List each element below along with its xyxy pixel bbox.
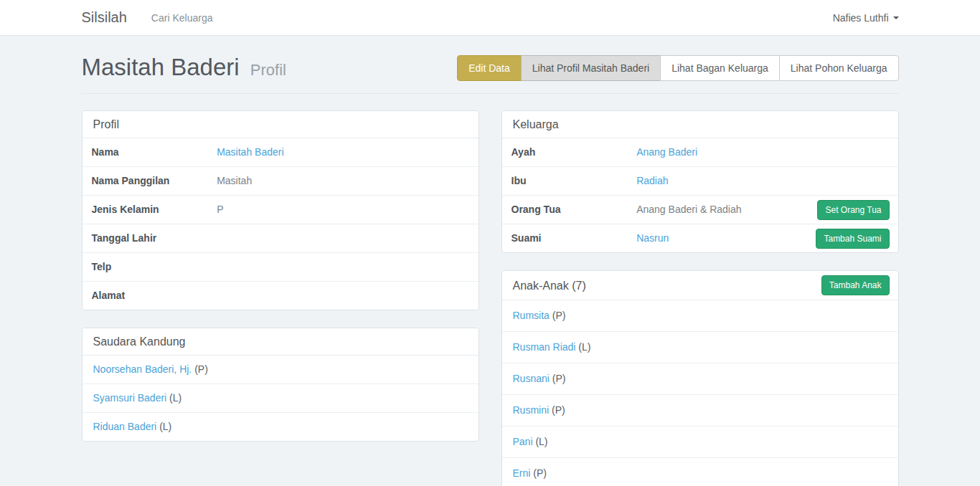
view-profile-button[interactable]: Lihat Profil Masitah Baderi [521,55,661,81]
child-link[interactable]: Rumsita [513,310,550,321]
user-menu-dropdown[interactable]: Nafies Luthfi [833,12,899,24]
list-item: Erni (P) [502,457,898,486]
family-table: Ayah Anang Baderi Ibu Radiah Orang Tua A… [502,138,898,252]
gender-label: (L) [578,341,590,353]
children-panel: Anak-Anak (7) Tambah Anak Rumsita (P) Ru… [501,270,899,486]
field-label: Jenis Kelamin [83,196,217,224]
children-panel-title: Anak-Anak (7) [513,279,586,292]
page-subtitle: Profil [250,61,286,79]
gender-label: (L) [159,421,171,432]
table-row: Alamat [83,281,479,310]
table-row: Ayah Anang Baderi [502,138,898,166]
gender-label: (L) [169,392,182,404]
field-label: Tanggal Lahir [83,224,217,252]
field-value: Masitah [217,175,252,186]
list-item: Rumsita (P) [502,300,898,331]
gender-label: (P) [552,404,565,416]
field-label: Orang Tua [502,196,637,224]
set-orang-tua-button[interactable]: Set Orang Tua [817,200,889,220]
sibling-link[interactable]: Syamsuri Baderi [93,392,167,404]
edit-data-button[interactable]: Edit Data [457,55,522,81]
child-link[interactable]: Rusman Riadi [513,341,576,353]
table-row: Jenis Kelamin P [83,195,479,224]
child-link[interactable]: Rusmini [513,404,550,416]
child-link[interactable]: Rusnani [513,373,550,384]
child-link[interactable]: Erni [513,467,531,479]
list-item: Riduan Baderi (L) [83,412,479,441]
sibling-link[interactable]: Riduan Baderi [93,421,157,432]
list-item: Rusnani (P) [502,363,898,394]
list-item: Pani (L) [502,426,898,457]
tambah-suami-button[interactable]: Tambah Suami [816,229,889,249]
children-list: Rumsita (P) Rusman Riadi (L) Rusnani (P)… [502,300,898,486]
list-item: Rusman Riadi (L) [502,331,898,363]
gender-label: (L) [535,436,547,447]
app-brand[interactable]: Silsilah [82,9,127,26]
user-name: Nafies Luthfi [833,12,889,24]
table-row: Nama Panggilan Masitah [83,166,479,195]
table-row: Telp [83,252,479,281]
field-label: Nama Panggilan [83,167,217,195]
gender-label: (P) [552,310,566,321]
view-pohon-button[interactable]: Lihat Pohon Keluarga [779,55,899,81]
siblings-panel-title: Saudara Kandung [83,328,479,356]
gender-label: (P) [194,363,208,375]
table-row: Ibu Radiah [502,166,898,195]
field-label: Telp [83,253,217,281]
nav-item-cari-keluarga[interactable]: Cari Keluarga [151,12,213,24]
list-item: Noorsehan Baderi, Hj. (P) [83,356,479,383]
family-panel-title: Keluarga [502,111,898,138]
profile-panel: Profil Nama Masitah Baderi Nama Panggila… [82,110,479,310]
child-link[interactable]: Pani [513,436,533,447]
chevron-down-icon [893,16,899,19]
table-row: Orang Tua Anang Baderi & Radiah Set Oran… [502,195,898,224]
children-panel-header: Anak-Anak (7) Tambah Anak [502,271,898,300]
navbar: Silsilah Cari Keluarga Nafies Luthfi [0,0,980,36]
profile-table: Nama Masitah Baderi Nama Panggilan Masit… [83,138,479,310]
table-row: Suami Nasrun Tambah Suami [502,224,898,252]
gender-label: (P) [533,467,547,479]
siblings-list: Noorsehan Baderi, Hj. (P) Syamsuri Bader… [83,356,479,441]
page-header: Masitah Baderi Profil Edit Data Lihat Pr… [82,53,899,94]
mother-link[interactable]: Radiah [636,175,668,186]
siblings-panel: Saudara Kandung Noorsehan Baderi, Hj. (P… [82,328,479,442]
husband-link[interactable]: Nasrun [636,232,669,244]
gender-label: (P) [552,373,566,384]
table-row: Nama Masitah Baderi [83,138,479,166]
profile-panel-title: Profil [83,111,479,138]
table-row: Tanggal Lahir [83,224,479,252]
family-panel: Keluarga Ayah Anang Baderi Ibu Radiah Or… [501,110,899,253]
field-label: Nama [83,138,217,166]
tambah-anak-button[interactable]: Tambah Anak [821,275,890,295]
page-title: Masitah Baderi Profil [82,53,286,85]
field-label: Suami [502,224,637,252]
field-value: P [217,204,223,215]
field-label: Alamat [83,282,217,310]
field-label: Ibu [502,167,637,195]
person-name-title: Masitah Baderi [82,54,240,80]
field-label: Ayah [502,138,637,166]
parents-value: Anang Baderi & Radiah [636,204,741,215]
view-bagan-button[interactable]: Lihat Bagan Keluarga [660,55,780,81]
person-link[interactable]: Masitah Baderi [217,146,283,158]
sibling-link[interactable]: Noorsehan Baderi, Hj. [93,363,192,375]
father-link[interactable]: Anang Baderi [636,146,697,158]
action-button-group: Edit Data Lihat Profil Masitah Baderi Li… [457,55,898,81]
list-item: Rusmini (P) [502,394,898,426]
list-item: Syamsuri Baderi (L) [83,383,479,412]
